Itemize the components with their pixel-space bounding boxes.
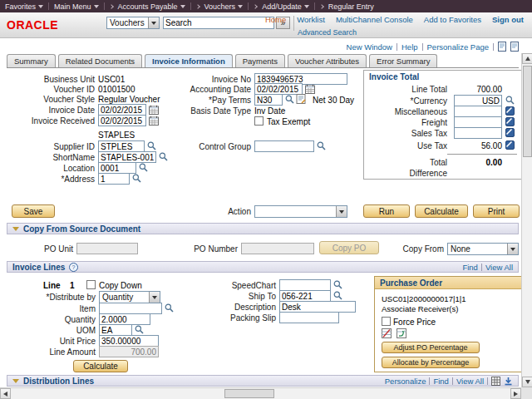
add-to-favorites-link[interactable]: Add to Favorites [424, 15, 481, 24]
distribution-view-all-link[interactable]: View All [456, 377, 484, 386]
invoice-date-input[interactable] [98, 104, 146, 116]
packing-slip-input[interactable] [279, 312, 339, 323]
run-button[interactable]: Run [363, 204, 410, 218]
adjust-po-percentage-button[interactable]: Adjust PO Percentage [382, 342, 480, 353]
breadcrumb-item-main-menu[interactable]: Main Menu [54, 2, 99, 11]
currency-detail-icon[interactable] [505, 106, 515, 116]
breadcrumb-item-accounts-payable[interactable]: Accounts Payable [118, 2, 185, 11]
save-button[interactable]: Save [12, 204, 55, 218]
calculate-button[interactable]: Calculate [415, 204, 468, 218]
help-icon[interactable]: ? [69, 263, 78, 272]
grid-icon[interactable] [491, 377, 500, 386]
lookup-icon[interactable] [285, 95, 294, 104]
breadcrumb-item-vouchers[interactable]: Vouchers [204, 2, 244, 11]
invoice-received-input[interactable] [98, 115, 146, 126]
tab-payments[interactable]: Payments [235, 54, 285, 67]
scroll-right-button[interactable] [510, 388, 521, 399]
download-icon[interactable] [504, 377, 513, 386]
control-group-input[interactable] [254, 140, 314, 152]
lookup-icon[interactable] [333, 291, 342, 300]
worklist-link[interactable]: Worklist [297, 15, 325, 24]
advanced-search-link[interactable]: Advanced Search [298, 28, 357, 37]
supplier-id-input[interactable] [98, 140, 145, 152]
lookup-icon[interactable] [317, 141, 326, 150]
breadcrumb-item-favorites[interactable]: Favorites [5, 2, 43, 11]
associate-receivers-link[interactable]: Associate Receiver(s) [382, 304, 458, 313]
calendar-icon[interactable] [305, 84, 315, 94]
help-link[interactable]: Help [401, 42, 418, 52]
currency-detail-icon[interactable] [505, 117, 515, 126]
collapse-icon[interactable] [12, 227, 19, 231]
sales-tax-input[interactable] [454, 127, 502, 139]
unit-price-input[interactable] [99, 335, 159, 347]
uom-input[interactable] [99, 324, 132, 336]
page-icon[interactable] [498, 42, 506, 52]
invoice-lines-find-link[interactable]: Find [462, 263, 477, 272]
vertical-scroll-thumb[interactable] [523, 66, 532, 157]
calendar-icon[interactable] [149, 116, 159, 126]
search-input[interactable] [163, 17, 274, 29]
description-input[interactable] [279, 301, 356, 313]
line-calculate-button[interactable]: Calculate [73, 360, 128, 372]
po-unit-input[interactable] [76, 243, 138, 254]
accounting-date-input[interactable] [254, 83, 303, 95]
line-amount-input[interactable] [99, 346, 159, 357]
tax-exempt-checkbox[interactable] [254, 116, 264, 126]
print-button[interactable]: Print [473, 204, 520, 218]
copy-from-select[interactable]: None [447, 243, 519, 255]
copy-down-checkbox[interactable] [86, 280, 96, 289]
horizontal-scrollbar[interactable] [0, 387, 521, 399]
lookup-icon[interactable] [165, 303, 174, 313]
invoice-lines-view-all-link[interactable]: View All [485, 263, 513, 272]
speedchart-input[interactable] [279, 279, 331, 291]
new-window-link[interactable]: New Window [347, 42, 392, 52]
breadcrumb-item-add-update[interactable]: Add/Update [262, 2, 309, 11]
home-link[interactable]: Home [265, 15, 286, 24]
scroll-up-button[interactable] [522, 53, 532, 64]
copy-po-button[interactable]: Copy PO [319, 241, 379, 254]
po-number-link[interactable]: USC01|2000000017|1|1 [382, 294, 466, 303]
lookup-icon[interactable] [139, 163, 148, 172]
finalize-line-icon[interactable] [382, 328, 392, 338]
lookup-icon[interactable] [147, 141, 156, 150]
item-input[interactable] [99, 303, 162, 314]
multichannel-console-link[interactable]: MultiChannel Console [336, 15, 413, 24]
tab-error-summary[interactable]: Error Summary [369, 54, 437, 67]
scroll-down-button[interactable] [522, 377, 532, 387]
breadcrumb-item-regular-entry[interactable]: Regular Entry [328, 2, 374, 11]
location-input[interactable] [98, 162, 136, 174]
supplier-name-link[interactable]: STAPLES [98, 131, 135, 140]
vertical-scrollbar[interactable] [521, 53, 532, 387]
miscellaneous-input[interactable] [454, 106, 502, 117]
freight-input[interactable] [454, 116, 502, 128]
currency-detail-icon[interactable] [505, 140, 515, 150]
pay-terms-detail-icon[interactable] [296, 94, 306, 104]
sign-out-link[interactable]: Sign out [492, 15, 524, 24]
pay-terms-input[interactable] [254, 94, 283, 106]
tab-invoice-information[interactable]: Invoice Information [145, 54, 233, 67]
tab-related-documents[interactable]: Related Documents [58, 54, 142, 67]
action-select[interactable] [254, 205, 347, 218]
tab-summary[interactable]: Summary [7, 54, 56, 67]
allocate-by-percentage-button[interactable]: Allocate by Percentage [382, 357, 480, 368]
scroll-left-button[interactable] [0, 388, 11, 399]
undo-finalize-icon[interactable] [397, 328, 406, 338]
distribution-find-link[interactable]: Find [433, 377, 448, 386]
page-icon[interactable] [510, 42, 519, 52]
lookup-icon[interactable] [135, 325, 144, 334]
shortname-input[interactable] [98, 151, 156, 163]
address-input[interactable] [98, 173, 130, 185]
distribute-by-select[interactable]: Quantity [99, 291, 160, 303]
horizontal-scroll-thumb[interactable] [224, 389, 274, 398]
currency-detail-icon[interactable] [505, 128, 515, 137]
lookup-icon[interactable] [132, 174, 141, 183]
po-number-input[interactable] [241, 243, 314, 254]
search-scope-select[interactable]: Vouchers [106, 17, 160, 29]
tab-voucher-attributes[interactable]: Voucher Attributes [288, 54, 367, 67]
collapse-icon[interactable] [12, 379, 19, 383]
ship-to-input[interactable] [279, 290, 331, 302]
quantity-input[interactable] [99, 313, 150, 325]
distribution-personalize-link[interactable]: Personalize [385, 377, 426, 386]
force-price-checkbox[interactable] [382, 317, 391, 326]
calendar-icon[interactable] [149, 105, 159, 115]
